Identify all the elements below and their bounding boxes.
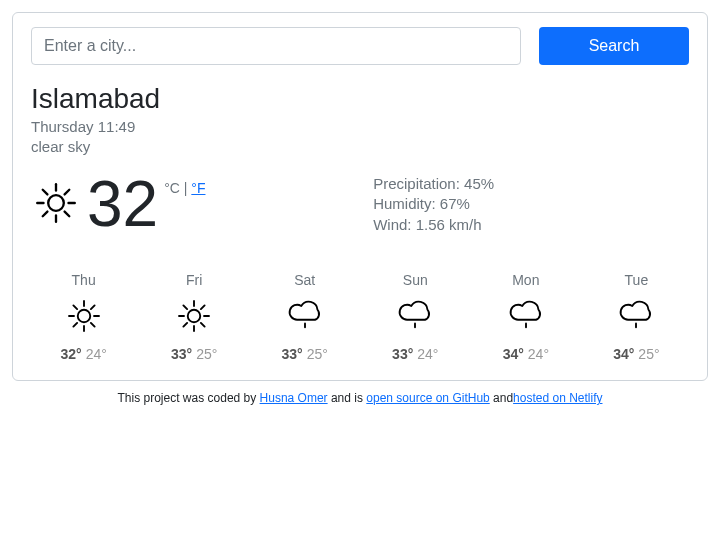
svg-line-5: [43, 190, 48, 195]
forecast-temps: 33°25°: [252, 346, 357, 362]
wind-line: Wind: 1.56 km/h: [373, 215, 494, 235]
svg-line-6: [65, 212, 70, 217]
forecast-temps: 34°24°: [473, 346, 578, 362]
sun-icon: [64, 296, 104, 336]
svg-point-18: [188, 310, 201, 323]
forecast-lo: 25°: [196, 346, 217, 362]
forecast-hi: 34°: [613, 346, 634, 362]
svg-line-17: [73, 323, 77, 327]
forecast-temps: 32°24°: [31, 346, 136, 362]
forecast-day-name: Tue: [584, 272, 689, 288]
forecast-row: Thu 32°24° Fri 33°25° Sat 33°25° Sun 33°…: [31, 272, 689, 362]
rain-icon: [285, 296, 325, 336]
svg-line-16: [91, 305, 95, 309]
precipitation-line: Precipitation: 45%: [373, 174, 494, 194]
humidity-value: 67%: [440, 195, 470, 212]
main-weather-row: 32 °C | °F Precipitation: 45% Humidity: …: [31, 172, 689, 236]
humidity-line: Humidity: 67%: [373, 194, 494, 214]
rain-icon: [395, 296, 435, 336]
unit-toggle: °C | °F: [164, 172, 205, 196]
footer: This project was coded by Husna Omer and…: [12, 391, 708, 405]
forecast-day-name: Thu: [31, 272, 136, 288]
sun-icon: [174, 296, 214, 336]
svg-line-7: [65, 190, 70, 195]
author-link[interactable]: Husna Omer: [260, 391, 328, 405]
rain-icon: [506, 296, 546, 336]
forecast-hi: 34°: [503, 346, 524, 362]
weather-details: Precipitation: 45% Humidity: 67% Wind: 1…: [373, 172, 494, 236]
unit-fahrenheit-link[interactable]: °F: [191, 180, 205, 196]
svg-line-26: [184, 323, 188, 327]
svg-line-14: [73, 305, 77, 309]
forecast-day-name: Fri: [142, 272, 247, 288]
city-name: Islamabad: [31, 83, 689, 115]
forecast-day-name: Sat: [252, 272, 357, 288]
search-form: Search: [31, 27, 689, 65]
forecast-hi: 33°: [171, 346, 192, 362]
svg-line-24: [201, 323, 205, 327]
forecast-lo: 25°: [638, 346, 659, 362]
forecast-day: Sat 33°25°: [252, 272, 357, 362]
forecast-temps: 33°24°: [363, 346, 468, 362]
weather-overview: Islamabad Thursday 11:49 clear sky: [31, 83, 689, 156]
temperature-value: 32: [87, 172, 158, 236]
svg-line-25: [201, 305, 205, 309]
forecast-day: Fri 33°25°: [142, 272, 247, 362]
forecast-day: Thu 32°24°: [31, 272, 136, 362]
forecast-day: Tue 34°25°: [584, 272, 689, 362]
weather-card: Search Islamabad Thursday 11:49 clear sk…: [12, 12, 708, 381]
forecast-lo: 24°: [417, 346, 438, 362]
search-input[interactable]: [31, 27, 521, 65]
unit-celsius: °C: [164, 180, 180, 196]
svg-line-23: [184, 305, 188, 309]
forecast-lo: 24°: [528, 346, 549, 362]
forecast-hi: 33°: [282, 346, 303, 362]
forecast-hi: 33°: [392, 346, 413, 362]
svg-point-0: [48, 195, 64, 211]
forecast-lo: 24°: [86, 346, 107, 362]
svg-line-8: [43, 212, 48, 217]
forecast-day: Mon 34°24°: [473, 272, 578, 362]
forecast-day-name: Mon: [473, 272, 578, 288]
wind-value: 1.56 km/h: [416, 216, 482, 233]
unit-separator: |: [180, 180, 191, 196]
forecast-day: Sun 33°24°: [363, 272, 468, 362]
svg-point-9: [77, 310, 90, 323]
forecast-temps: 34°25°: [584, 346, 689, 362]
github-link[interactable]: open source on GitHub: [366, 391, 489, 405]
netlify-link[interactable]: hosted on Netlify: [513, 391, 602, 405]
date-time: Thursday 11:49: [31, 117, 689, 137]
rain-icon: [616, 296, 656, 336]
precipitation-value: 45%: [464, 175, 494, 192]
weather-description: clear sky: [31, 137, 689, 157]
forecast-lo: 25°: [307, 346, 328, 362]
forecast-temps: 33°25°: [142, 346, 247, 362]
main-left: 32 °C | °F: [31, 172, 373, 236]
forecast-hi: 32°: [60, 346, 81, 362]
sun-icon: [31, 178, 81, 228]
forecast-day-name: Sun: [363, 272, 468, 288]
search-button[interactable]: Search: [539, 27, 689, 65]
svg-line-15: [91, 323, 95, 327]
